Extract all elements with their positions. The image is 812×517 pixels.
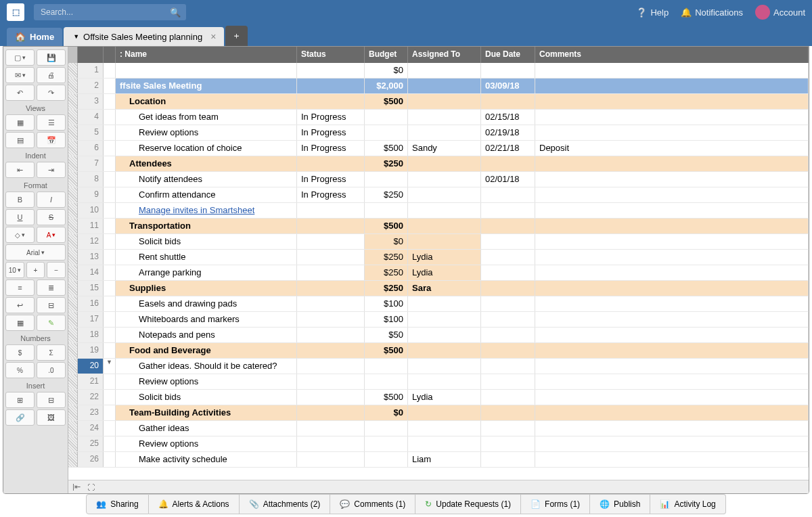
row-number[interactable]: 23	[78, 405, 104, 420]
table-row[interactable]: 26Make activity scheduleLiam	[68, 452, 809, 468]
row-expand-cell[interactable]	[104, 63, 116, 78]
row-expand-cell[interactable]	[104, 156, 116, 171]
header-due[interactable]: Due Date	[481, 47, 535, 63]
cell-budget[interactable]	[365, 374, 408, 389]
bold-button[interactable]: B	[5, 192, 35, 208]
row-gutter[interactable]	[68, 281, 78, 296]
cell-status[interactable]	[297, 312, 365, 327]
row-expand-cell[interactable]	[104, 312, 116, 327]
cell-due[interactable]	[481, 390, 535, 405]
cell-assigned[interactable]: Lydia	[408, 250, 481, 265]
cell-budget[interactable]: $250	[365, 281, 408, 296]
cell-assigned[interactable]	[408, 405, 481, 420]
cell-status[interactable]	[297, 219, 365, 233]
cell-status[interactable]	[297, 328, 365, 342]
row-expand-cell[interactable]	[104, 405, 116, 420]
cell-due[interactable]	[481, 374, 535, 389]
cell-due[interactable]: 02/19/18	[481, 125, 535, 140]
cell-name[interactable]: ffsite Sales Meeting	[116, 78, 297, 93]
alerts-button[interactable]: 🔔Alerts & Actions	[149, 494, 240, 514]
cell-comments[interactable]	[535, 312, 809, 327]
header-budget[interactable]: Budget	[365, 47, 408, 63]
close-icon[interactable]: ×	[210, 31, 216, 42]
row-gutter[interactable]	[68, 421, 78, 436]
cell-due[interactable]	[481, 203, 535, 218]
highlighter-button[interactable]: ✎	[37, 315, 66, 331]
cell-assigned[interactable]	[408, 374, 481, 389]
strike-button[interactable]: S	[37, 209, 66, 225]
print-button[interactable]: 🖨	[37, 67, 66, 83]
cell-assigned[interactable]	[408, 63, 481, 78]
row-gutter[interactable]	[68, 94, 78, 109]
card-view-button[interactable]: ▤	[5, 132, 35, 148]
cell-comments[interactable]	[535, 374, 809, 389]
row-number[interactable]: 1	[78, 63, 104, 78]
cell-name[interactable]: Confirm attendance	[116, 187, 297, 202]
table-row[interactable]: 20▼Gather ideas. Should it be catered?	[68, 359, 809, 374]
cell-comments[interactable]	[535, 296, 809, 311]
cell-budget[interactable]: $100	[365, 296, 408, 311]
cell-comments[interactable]	[535, 94, 809, 109]
cell-name[interactable]: Whiteboards and markers	[116, 312, 297, 327]
cell-budget[interactable]	[365, 203, 408, 218]
cell-comments[interactable]	[535, 63, 809, 78]
cell-assigned[interactable]: Sara	[408, 281, 481, 296]
row-gutter[interactable]	[68, 219, 78, 233]
cell-name[interactable]: Notify attendees	[116, 172, 297, 187]
table-row[interactable]: 1$0	[68, 63, 809, 78]
table-row[interactable]: 24Gather ideas	[68, 421, 809, 436]
row-number[interactable]: 17	[78, 312, 104, 327]
table-row[interactable]: 14Arrange parking$250Lydia	[68, 265, 809, 281]
cell-comments[interactable]	[535, 452, 809, 467]
cell-comments[interactable]	[535, 359, 809, 374]
row-expand-cell[interactable]	[104, 281, 116, 296]
table-row[interactable]: 4Get ideas from teamIn Progress02/15/18	[68, 110, 809, 125]
cell-budget[interactable]: $0	[365, 405, 408, 420]
row-number[interactable]: 7	[78, 156, 104, 171]
cell-due[interactable]	[481, 234, 535, 249]
cell-assigned[interactable]	[408, 436, 481, 451]
cell-budget[interactable]: $50	[365, 328, 408, 342]
cell-name[interactable]: Review options	[116, 436, 297, 451]
header-assigned[interactable]: Assigned To	[408, 47, 481, 63]
font-decrease-button[interactable]: −	[47, 262, 66, 278]
cell-budget[interactable]: $0	[365, 63, 408, 78]
cell-name[interactable]: Solicit bids	[116, 390, 297, 405]
cell-comments[interactable]	[535, 234, 809, 249]
table-row[interactable]: 6Reserve location of choiceIn Progress$5…	[68, 141, 809, 156]
row-number[interactable]: 10	[78, 203, 104, 218]
cell-due[interactable]	[481, 156, 535, 171]
cell-budget[interactable]	[365, 125, 408, 140]
row-gutter[interactable]	[68, 234, 78, 249]
cell-status[interactable]	[297, 156, 365, 171]
account-link[interactable]: Account	[755, 5, 805, 20]
percent-button[interactable]: %	[5, 362, 35, 378]
cell-status[interactable]: In Progress	[297, 125, 365, 140]
row-number[interactable]: 22	[78, 390, 104, 405]
table-row[interactable]: 15Supplies$250Sara	[68, 281, 809, 296]
row-expand-cell[interactable]	[104, 172, 116, 187]
cell-status[interactable]	[297, 78, 365, 93]
cell-due[interactable]	[481, 281, 535, 296]
cell-comments[interactable]	[535, 125, 809, 140]
table-row[interactable]: 17Whiteboards and markers$100	[68, 312, 809, 328]
font-color-button[interactable]: A▾	[37, 227, 66, 243]
cell-budget[interactable]	[365, 436, 408, 451]
row-number[interactable]: 9	[78, 187, 104, 202]
cell-name[interactable]: Solicit bids	[116, 234, 297, 249]
cell-name[interactable]: Team-Building Activities	[116, 405, 297, 420]
sharing-button[interactable]: 👥Sharing	[86, 494, 148, 514]
cell-status[interactable]	[297, 63, 365, 78]
cell-name[interactable]	[116, 63, 297, 78]
font-size-button[interactable]: 10▾	[5, 262, 24, 278]
cell-assigned[interactable]	[408, 125, 481, 140]
cell-assigned[interactable]	[408, 421, 481, 436]
cell-status[interactable]	[297, 343, 365, 358]
save-button[interactable]: 💾	[37, 49, 66, 66]
row-expand-cell[interactable]	[104, 452, 116, 467]
row-gutter[interactable]	[68, 390, 78, 405]
attachments-button[interactable]: 📎Attachments (2)	[240, 494, 331, 514]
app-logo[interactable]: ⬚	[7, 3, 24, 21]
cell-status[interactable]	[297, 359, 365, 374]
font-increase-button[interactable]: +	[26, 262, 45, 278]
